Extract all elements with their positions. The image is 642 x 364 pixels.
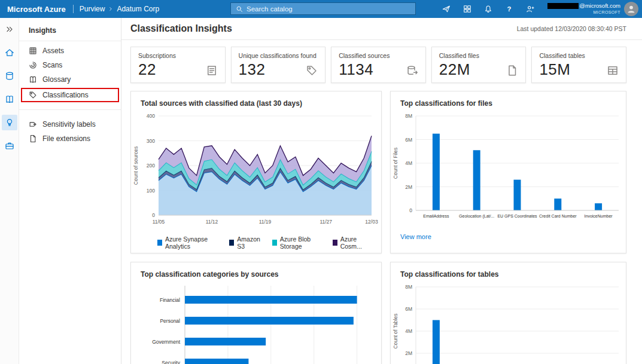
svg-text:Credit Card Number: Credit Card Number — [539, 214, 577, 218]
svg-text:Count of Files: Count of Files — [392, 148, 398, 179]
svg-text:Personal: Personal — [160, 318, 180, 324]
topbar-divider — [73, 5, 74, 13]
insights-icon[interactable] — [2, 115, 17, 130]
chart-row-2: Top classification categories by sources… — [130, 262, 626, 364]
feedback-icon[interactable] — [442, 5, 451, 13]
legend-swatch — [157, 240, 162, 246]
charts-grid: Total sources with classified data (last… — [121, 83, 642, 364]
classifications-icon — [29, 91, 37, 99]
avatar[interactable] — [624, 2, 638, 16]
legend-item: Azure Synapse Analytics — [157, 235, 220, 250]
catalog-icon[interactable] — [2, 91, 17, 107]
stat-label: Classified sources — [339, 52, 418, 59]
svg-text:11/12: 11/12 — [206, 219, 218, 225]
breadcrumb-chevron-icon — [108, 6, 114, 12]
area-chart-legend: Azure Synapse AnalyticsAmazon S3Azure Bl… — [131, 228, 381, 250]
stat-label: Classified tables — [539, 52, 619, 59]
breadcrumb-org[interactable]: Adatum Corp — [117, 5, 159, 13]
insights-sidebar: Insights Assets Scans Glossary Classific… — [19, 18, 121, 364]
purview-app: Microsoft Azure Purview Adatum Corp ? @m… — [0, 0, 642, 364]
chart-title: Top classifications for tables — [391, 262, 626, 280]
sidebar-item-label: Classifications — [42, 91, 89, 99]
stat-label: Classified files — [439, 52, 519, 59]
svg-text:4M: 4M — [405, 160, 412, 166]
svg-text:EU GPS Coordinates: EU GPS Coordinates — [497, 214, 537, 218]
search-input[interactable] — [247, 5, 410, 13]
account-tenant: MICROSOFT — [547, 9, 620, 16]
assets-icon — [29, 47, 37, 55]
classifications-highlight-box: Classifications — [21, 88, 119, 102]
account-info[interactable]: @microsoft.com MICROSOFT — [547, 2, 620, 16]
card-top-tables: Top classifications for tables 02M4M6M8M… — [390, 262, 626, 364]
sidebar-item-label: Glossary — [42, 75, 71, 84]
glossary-icon — [29, 75, 37, 84]
svg-text:Government: Government — [152, 339, 180, 345]
sidebar-item-sensitivity-labels[interactable]: Sensitivity labels — [19, 117, 121, 131]
topbar-icon-group: ? — [442, 0, 534, 18]
classifications-found-icon — [306, 65, 318, 77]
svg-text:InvoiceNumber: InvoiceNumber — [585, 214, 613, 218]
contact-icon[interactable] — [526, 5, 534, 13]
sidebar-divider — [19, 41, 121, 41]
stat-card-classified-sources: Classified sources 1134 — [331, 47, 426, 83]
legend-item: Azure Cosm... — [333, 235, 372, 250]
view-more-link[interactable]: View more — [391, 228, 626, 245]
tables-bar-chart: 02M4M6M8MCount of Tables — [391, 280, 626, 364]
card-categories-by-sources: Top classification categories by sources… — [130, 262, 382, 364]
svg-text:Security: Security — [162, 360, 180, 364]
svg-text:4M: 4M — [405, 328, 412, 334]
home-icon[interactable] — [2, 45, 17, 60]
svg-text:0: 0 — [409, 207, 412, 213]
sidebar-item-assets[interactable]: Assets — [19, 44, 121, 58]
svg-text:12/03: 12/03 — [365, 219, 378, 225]
azure-logo[interactable]: Microsoft Azure — [0, 5, 73, 14]
sidebar-item-glossary[interactable]: Glossary — [19, 72, 121, 87]
sidebar-header: Insights — [19, 24, 121, 41]
svg-text:100: 100 — [147, 188, 155, 194]
account-email: @microsoft.com — [579, 2, 620, 9]
categories-hbar-chart: FinancialPersonalGovernmentSecurity — [131, 280, 381, 364]
legend-item: Amazon S3 — [229, 235, 262, 250]
svg-text:11/19: 11/19 — [259, 219, 272, 225]
svg-text:6M: 6M — [405, 306, 412, 312]
card-top-files: Top classifications for files 02M4M6M8MC… — [390, 91, 626, 253]
sidebar-item-file-extensions[interactable]: File extensions — [19, 131, 121, 146]
sidebar-item-classifications[interactable]: Classifications — [22, 89, 118, 101]
sidebar-item-label: Sensitivity labels — [42, 120, 96, 129]
legend-swatch — [229, 240, 234, 246]
files-bar-chart: 02M4M6M8MCount of FilesEmailAddressGeolo… — [391, 109, 626, 228]
breadcrumb-app[interactable]: Purview — [80, 5, 105, 13]
expand-rail-icon[interactable] — [2, 22, 17, 37]
svg-text:11/05: 11/05 — [153, 219, 165, 225]
chart-row-1: Total sources with classified data (last… — [130, 91, 626, 253]
last-updated: Last updated 12/03/2020 08:30:40 PST — [517, 25, 626, 32]
svg-text:11/27: 11/27 — [320, 219, 332, 225]
svg-text:0: 0 — [152, 212, 155, 218]
stat-label: Unique classifications found — [239, 52, 318, 59]
file-extensions-icon — [29, 134, 37, 143]
legend-item: Azure Blob Storage — [272, 235, 323, 250]
svg-text:8M: 8M — [405, 113, 412, 119]
card-total-sources: Total sources with classified data (last… — [130, 91, 382, 253]
legend-swatch — [333, 240, 337, 246]
sources-icon[interactable] — [2, 68, 17, 84]
svg-text:2M: 2M — [405, 184, 412, 190]
stat-card-classified-files: Classified files 22M — [431, 47, 527, 83]
help-icon[interactable]: ? — [505, 5, 513, 13]
redacted-username — [547, 3, 579, 9]
management-icon[interactable] — [2, 138, 17, 154]
search-box[interactable] — [230, 2, 416, 15]
directory-icon[interactable] — [463, 5, 471, 13]
sidebar-item-scans[interactable]: Scans — [19, 58, 121, 72]
main-content: Classification Insights Last updated 12/… — [121, 18, 642, 364]
sidebar-item-label: Scans — [42, 61, 62, 69]
svg-text:?: ? — [507, 5, 512, 13]
sensitivity-labels-icon — [29, 120, 37, 129]
topbar: Microsoft Azure Purview Adatum Corp ? @m… — [0, 0, 642, 18]
sidebar-divider — [19, 109, 121, 110]
notifications-icon[interactable] — [484, 5, 492, 13]
stat-card-subscriptions: Subscriptions 22 — [130, 47, 226, 83]
svg-text:300: 300 — [147, 138, 155, 144]
main-header: Classification Insights Last updated 12/… — [121, 18, 642, 40]
svg-text:Count of Tables: Count of Tables — [392, 314, 398, 349]
